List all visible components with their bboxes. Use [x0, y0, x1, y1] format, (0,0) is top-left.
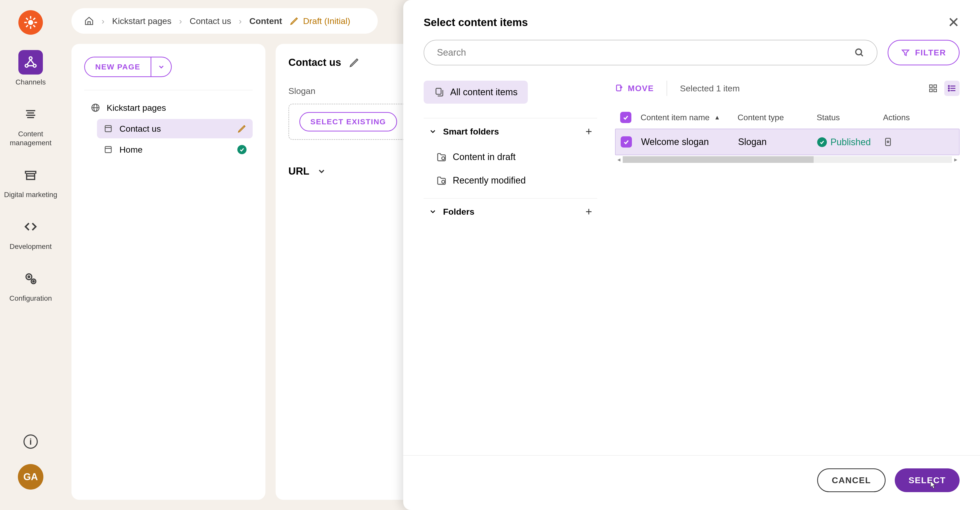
edit-pencil-icon[interactable] — [237, 124, 247, 133]
tree-root-label: Kickstart pages — [107, 103, 166, 113]
select-all-checkbox[interactable] — [620, 112, 632, 123]
breadcrumb-status: Draft (Initial) — [290, 16, 350, 26]
info-icon[interactable]: i — [24, 434, 38, 449]
development-icon — [18, 214, 43, 239]
svg-marker-33 — [902, 50, 909, 56]
row-action-icon[interactable] — [883, 137, 954, 147]
column-header-name[interactable]: Content item name ▲ — [641, 113, 738, 122]
svg-rect-38 — [930, 85, 932, 88]
nav-content-label: Content management — [0, 129, 61, 147]
breadcrumb-page[interactable]: Contact us — [189, 16, 231, 26]
svg-line-6 — [33, 25, 35, 27]
svg-rect-40 — [930, 89, 932, 92]
new-page-button-group: NEW PAGE — [84, 57, 172, 77]
svg-point-46 — [948, 88, 950, 89]
nav-channels-label: Channels — [16, 78, 46, 86]
nav-development[interactable]: Development — [10, 214, 52, 251]
select-button[interactable]: SELECT — [895, 469, 959, 492]
page-icon — [103, 145, 113, 155]
close-icon[interactable]: ✕ — [948, 15, 959, 30]
svg-point-45 — [948, 86, 950, 86]
pencil-icon — [290, 16, 299, 26]
add-folder-icon[interactable]: + — [585, 205, 592, 218]
home-icon[interactable] — [84, 16, 94, 26]
app-logo-icon — [18, 10, 43, 35]
nav-content-management[interactable]: Content management — [0, 102, 61, 147]
chevron-down-icon — [429, 128, 437, 135]
breadcrumb-separator: › — [179, 16, 182, 26]
filter-button[interactable]: FILTER — [888, 40, 959, 65]
url-label: URL — [288, 166, 309, 177]
move-icon — [615, 84, 624, 92]
svg-rect-41 — [934, 89, 937, 92]
svg-line-12 — [27, 60, 30, 65]
search-icon[interactable] — [854, 47, 865, 58]
view-list-button[interactable] — [944, 81, 959, 96]
scroll-right-icon[interactable]: ▸ — [952, 156, 959, 163]
svg-point-10 — [25, 64, 28, 67]
svg-point-36 — [442, 180, 445, 183]
breadcrumb-root[interactable]: Kickstart pages — [112, 16, 171, 26]
globe-icon — [90, 103, 100, 113]
row-checkbox[interactable] — [620, 136, 632, 148]
content-icon — [18, 102, 43, 126]
smart-folders-header[interactable]: Smart folders + — [424, 118, 597, 145]
smart-folder-content-in-draft[interactable]: Content in draft — [424, 146, 597, 168]
svg-line-7 — [26, 25, 28, 27]
chevron-down-icon — [317, 167, 326, 176]
scroll-thumb[interactable] — [623, 156, 814, 163]
nav-configuration[interactable]: Configuration — [10, 266, 52, 303]
new-page-dropdown[interactable] — [151, 57, 171, 76]
svg-rect-39 — [934, 85, 937, 88]
breadcrumb-section[interactable]: Content — [249, 16, 282, 26]
svg-point-0 — [29, 21, 33, 24]
folder-clock-icon — [436, 175, 447, 186]
cancel-button[interactable]: CANCEL — [817, 469, 886, 492]
configuration-icon — [18, 266, 43, 291]
search-input[interactable] — [424, 40, 877, 65]
select-existing-button[interactable]: SELECT EXISTING — [299, 112, 397, 131]
all-content-items-button[interactable]: All content items — [424, 81, 528, 104]
nav-rail: Channels Content management — [0, 0, 61, 510]
breadcrumb-separator: › — [102, 16, 104, 26]
nav-digital-marketing[interactable]: Digital marketing — [4, 163, 57, 199]
tree-item-home[interactable]: Home — [97, 140, 253, 159]
status-badge: Published — [817, 137, 871, 148]
smart-folder-recently-modified[interactable]: Recently modified — [424, 169, 597, 191]
selected-count: Selected 1 item — [680, 83, 740, 93]
edit-title-icon[interactable] — [349, 57, 360, 68]
table-row[interactable]: Welcome slogan Slogan Published — [615, 129, 959, 155]
horizontal-scrollbar[interactable]: ◂ ▸ — [615, 155, 959, 164]
move-button[interactable]: MOVE — [615, 84, 654, 93]
nav-marketing-label: Digital marketing — [4, 190, 57, 199]
svg-point-11 — [33, 64, 36, 67]
tree-item-contact-us[interactable]: Contact us — [97, 119, 253, 139]
svg-point-47 — [948, 90, 950, 91]
add-smart-folder-icon[interactable]: + — [585, 125, 592, 138]
tree-root[interactable]: Kickstart pages — [84, 98, 253, 118]
tree-item-label: Contact us — [119, 124, 161, 134]
folders-header[interactable]: Folders + — [424, 198, 597, 225]
svg-rect-34 — [436, 88, 441, 94]
new-page-button[interactable]: NEW PAGE — [85, 57, 151, 76]
check-icon — [817, 137, 827, 147]
tree-item-label: Home — [119, 145, 143, 155]
svg-point-20 — [26, 274, 32, 280]
scroll-left-icon[interactable]: ◂ — [615, 156, 623, 163]
view-grid-button[interactable] — [925, 81, 941, 96]
svg-line-13 — [30, 60, 34, 65]
nav-channels[interactable]: Channels — [16, 50, 46, 86]
modal-content-list: MOVE Selected 1 item — [615, 81, 959, 455]
filter-icon — [901, 48, 910, 57]
page-title: Contact us — [288, 57, 341, 68]
svg-point-21 — [28, 276, 30, 278]
marketing-icon — [18, 163, 43, 187]
svg-rect-37 — [617, 85, 621, 91]
column-header-status[interactable]: Status — [817, 113, 883, 122]
breadcrumb-separator: › — [239, 16, 242, 26]
table-header: Content item name ▲ Content type Status … — [615, 106, 959, 129]
row-name: Welcome slogan — [641, 137, 738, 147]
user-avatar[interactable]: GA — [18, 464, 43, 489]
column-header-type[interactable]: Content type — [738, 113, 817, 122]
svg-line-8 — [33, 18, 35, 20]
